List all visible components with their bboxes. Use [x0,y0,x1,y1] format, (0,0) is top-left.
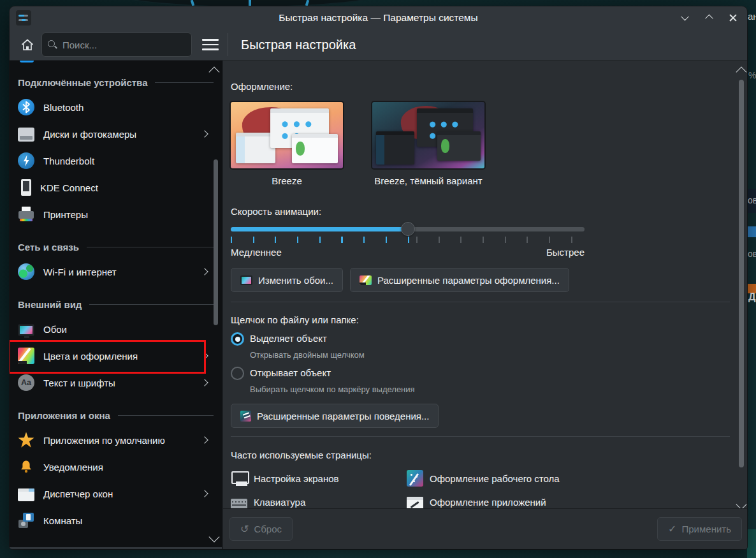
background-fragment: ан [748,11,756,22]
frequent-page-label: Настройка экранов [254,473,339,484]
page-title: Быстрая настройка [241,38,356,52]
sidebar-item-kde-connect[interactable]: KDE Connect [10,174,222,201]
sidebar-item-default-applications[interactable]: Приложения по умолчанию [10,427,222,453]
colors-icon [18,348,34,364]
titlebar[interactable]: Быстрая настройка — Параметры системы [10,6,747,29]
desktop: ан % ов ов Д Быстрая настройка — Парамет… [0,0,756,558]
sidebar-item-notifications[interactable]: Уведомления [10,453,222,480]
preview-window [292,134,338,163]
theme-name-breeze: Breeze [231,175,343,186]
sidebar-item-printers[interactable]: Принтеры [10,201,222,228]
sidebar-scrollbar[interactable] [214,159,218,325]
theme-preview-breeze-dark[interactable] [372,102,484,168]
radio-open-object[interactable] [231,367,244,380]
maximize-button[interactable] [701,10,716,26]
frequent-page-display-settings[interactable]: Настройка экранов [231,469,339,488]
window-icon [18,488,34,501]
sidebar-item-colors-themes[interactable]: Цвета и оформления [10,342,222,369]
sidebar: Подключённые устройства Bluetooth Диски … [10,61,222,547]
sidebar-item-label: Wi-Fi и интернет [43,267,117,277]
home-button[interactable] [18,36,36,54]
button-label: Сброс [254,524,282,534]
sidebar-item-window-manager[interactable]: Диспетчер окон [10,480,222,507]
sidebar-section-apps-windows: Приложения и окна [18,407,214,423]
radio-select-object-label[interactable]: Выделяет объект [250,333,327,344]
radio-open-object-description: Выбирать щелчком по маркёру выделения [250,385,415,394]
section-separator [231,436,730,437]
sidebar-item-wifi-internet[interactable]: Wi-Fi и интернет [10,258,222,285]
window-title: Быстрая настройка — Параметры системы [10,12,747,24]
sidebar-item-disks-cameras[interactable]: Диски и фотокамеры [10,121,222,147]
sidebar-item-label: Цвета и оформления [43,351,138,362]
search-input[interactable] [41,33,192,57]
slider-handle[interactable] [401,222,415,236]
display-settings-icon [231,471,247,487]
toolbar: Быстрая настройка [10,29,747,61]
minimize-button[interactable] [677,10,692,26]
radio-open-object-label[interactable]: Открывает объект [250,367,331,378]
advanced-appearance-button[interactable]: Расширенные параметры оформления... [350,268,569,292]
frequent-page-desktop-theme[interactable]: Оформление рабочего стола [407,469,560,488]
thunderbolt-icon [18,152,34,169]
star-icon [18,432,34,448]
menu-button[interactable] [202,36,219,53]
globe-icon [18,263,34,280]
click-behavior-label: Щелчок по файлу или папке: [231,314,359,325]
chevron-right-icon [201,436,208,443]
sidebar-section-network: Сеть и связь [18,239,214,254]
section-separator [231,302,730,302]
sidebar-item-label: Комнаты [43,515,82,526]
change-wallpaper-button[interactable]: Изменить обои... [231,268,343,292]
frequent-page-keyboard[interactable]: Клавиатура [231,492,305,508]
animation-speed-slider[interactable] [231,221,585,237]
appearance-label: Оформление: [231,81,293,92]
preview-window [437,131,481,161]
close-button[interactable] [725,10,741,26]
home-icon [20,37,35,52]
chevron-right-icon [201,352,208,359]
fonts-icon: Aa [18,374,34,391]
advanced-behavior-button[interactable]: Расширенные параметры поведения... [231,404,439,428]
apply-button[interactable]: Применить [657,517,742,541]
preview-window [376,131,414,165]
footer: Сброс Применить [223,508,747,549]
bluetooth-icon [18,99,34,115]
frequent-page-application-style[interactable]: Оформление приложений [407,492,546,508]
button-label: Изменить обои... [258,275,333,286]
main-scroll-down-icon[interactable] [736,499,747,508]
undo-icon [240,524,249,534]
preview-window [236,133,275,163]
sidebar-item-label: Диски и фотокамеры [43,129,136,140]
main-scrollbar[interactable] [739,80,744,467]
hamburger-icon-bar [202,48,219,50]
frequent-page-label: Оформление приложений [430,497,546,508]
radio-select-object-description: Открывать двойным щелчком [250,350,365,360]
wallpaper-icon [240,275,252,285]
frequent-page-label: Клавиатура [254,497,305,508]
printer-icon [18,206,34,223]
sidebar-item-label: Диспетчер окон [43,488,113,499]
hamburger-icon-bar [202,39,219,41]
gauge-tick [249,0,251,6]
reset-button[interactable]: Сброс [229,517,293,541]
sidebar-item-activities[interactable]: Комнаты [10,507,222,534]
button-label: Расширенные параметры оформления... [377,275,560,286]
background-bar [747,226,756,237]
theme-preview-breeze[interactable] [231,102,343,168]
radio-select-object[interactable] [231,332,244,346]
minimize-icon [681,13,689,21]
close-icon [729,13,738,22]
sidebar-item-label: KDE Connect [40,182,98,193]
sidebar-item-label: Обои [43,324,67,335]
sidebar-item-bluetooth[interactable]: Bluetooth [10,94,222,121]
bell-icon [18,459,34,475]
chevron-right-icon [201,379,208,386]
button-label: Расширенные параметры поведения... [257,411,429,422]
background-fragment: % [748,70,756,80]
wallpaper-icon [18,324,34,336]
sidebar-item-text-fonts[interactable]: Aa Текст и шрифты [10,369,222,396]
main-scroll-up-icon[interactable] [736,67,747,78]
sidebar-item-thunderbolt[interactable]: Thunderbolt [10,147,222,174]
sidebar-item-wallpaper[interactable]: Обои [10,316,222,342]
background-fragment: ов [748,195,756,205]
